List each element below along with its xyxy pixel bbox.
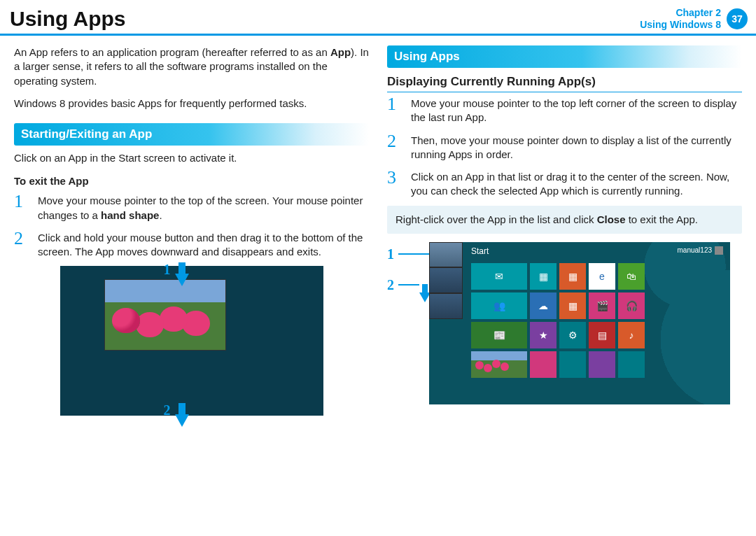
tile-mail: ✉ — [471, 263, 527, 290]
cloud-icon: ☁ — [538, 300, 548, 311]
page-header: Using Apps Chapter 2 Using Windows 8 37 — [0, 0, 756, 34]
display-step-3: 3 Click on an App in that list or drag i… — [387, 169, 742, 199]
mail-icon: ✉ — [495, 271, 503, 282]
gear-icon: ⚙ — [568, 330, 578, 341]
music-icon: ♪ — [629, 330, 634, 341]
right-column: Using Apps Displaying Currently Running … — [387, 45, 742, 416]
page-title: Using Apps — [10, 7, 126, 31]
two-column-layout: An App refers to an application program … — [0, 45, 756, 416]
app-window-thumbnail — [105, 280, 225, 350]
intro-paragraph-1: An App refers to an application program … — [14, 45, 369, 88]
ie-icon: e — [599, 271, 605, 282]
tile-skydrive: ☁ — [530, 292, 556, 319]
tile-video: 🎬 — [589, 292, 615, 319]
step-text: Then, move your mouse pointer down to di… — [411, 132, 742, 162]
page-number-badge: 37 — [727, 8, 748, 29]
grid-icon: ▦ — [568, 271, 578, 282]
step-text: Click and hold your mouse button and the… — [38, 230, 369, 260]
step-text: Move your mouse pointer to the top of th… — [38, 192, 369, 223]
display-steps-list: 1 Move your mouse pointer to the top lef… — [387, 95, 742, 199]
exit-step-2: 2 Click and hold your mouse button and t… — [14, 230, 369, 260]
tile-people: 👥 — [471, 292, 527, 319]
display-step-2: 2 Then, move your mouse pointer down to … — [387, 132, 742, 162]
people-icon: 👥 — [493, 300, 505, 311]
callout-2: 2 — [164, 402, 189, 418]
step-text: Move your mouse pointer to the top left … — [411, 95, 742, 125]
step-number: 2 — [387, 132, 404, 162]
tile: ▦ — [559, 292, 586, 319]
section-using-apps: Using Apps — [387, 45, 742, 68]
store-icon: 🛍 — [626, 271, 636, 282]
display-running-heading: Displaying Currently Running App(s) — [387, 75, 742, 92]
exit-steps-list: 1 Move your mouse pointer to the top of … — [14, 192, 369, 259]
switcher-thumb — [429, 293, 463, 319]
screenshot-drag-to-close: 1 2 — [60, 266, 323, 416]
start-label: Start — [471, 246, 489, 256]
step-text: Click on an App in that list or drag it … — [411, 169, 742, 199]
tile: ♪ — [618, 322, 645, 348]
tile — [618, 351, 645, 378]
list-icon: ▤ — [598, 330, 607, 341]
step-number: 3 — [387, 169, 404, 199]
callout-1: 1 — [387, 246, 429, 262]
header-right: Chapter 2 Using Windows 8 37 — [640, 7, 748, 31]
close-note-box: Right-click over the App in the list and… — [387, 206, 742, 234]
exit-step-1: 1 Move your mouse pointer to the top of … — [14, 192, 369, 223]
video-icon: 🎬 — [596, 300, 608, 311]
news-icon: 📰 — [493, 330, 505, 341]
tile-photos — [471, 351, 527, 378]
tile: ▤ — [589, 322, 615, 348]
callout-1: 1 — [164, 262, 189, 278]
screenshot-start-switcher: 1 2 Start manual123 — [387, 242, 742, 407]
arrow-down-icon — [175, 414, 189, 427]
arrow-down-icon — [175, 274, 189, 286]
grid-icon: ▦ — [539, 271, 548, 282]
switcher-thumb — [429, 242, 463, 268]
left-column: An App refers to an application program … — [14, 45, 369, 416]
user-label: manual123 — [678, 246, 723, 255]
to-exit-heading: To exit the App — [14, 175, 369, 187]
step-number: 2 — [14, 230, 31, 260]
tile — [559, 351, 586, 378]
tile-settings: ⚙ — [559, 322, 586, 348]
tile-music: 🎧 — [618, 292, 645, 319]
app-switcher-sidebar — [429, 242, 463, 319]
callout-2: 2 — [387, 277, 435, 293]
tile: ▦ — [559, 263, 586, 290]
switcher-thumb — [429, 267, 463, 293]
tile — [530, 351, 556, 378]
start-tiles: ✉ ▦ ▦ e 🛍 👥 ☁ ▦ 🎬 🎧 📰 ★ ⚙ ▤ ♪ — [471, 263, 645, 378]
section-starting-exiting: Starting/Exiting an App — [14, 123, 369, 146]
callout-line — [398, 284, 419, 285]
tile-store: 🛍 — [618, 263, 645, 290]
step-number: 1 — [387, 95, 404, 125]
tile: ▦ — [530, 263, 556, 290]
star-icon: ★ — [539, 330, 548, 341]
callout-line — [398, 253, 429, 255]
headphones-icon: 🎧 — [626, 300, 638, 311]
header-rule — [0, 34, 756, 36]
tile-news: 📰 — [471, 322, 527, 348]
start-screen: Start manual123 ✉ ▦ ▦ e 🛍 👥 ☁ ▦ 🎬 🎧 — [429, 242, 730, 404]
tile: ★ — [530, 322, 556, 348]
avatar-icon — [715, 246, 723, 255]
chapter-label: Chapter 2 — [640, 7, 721, 19]
intro-paragraph-2: Windows 8 provides basic Apps for freque… — [14, 97, 369, 111]
step-number: 1 — [14, 192, 31, 223]
display-step-1: 1 Move your mouse pointer to the top lef… — [387, 95, 742, 125]
tile-ie: e — [589, 263, 615, 290]
chapter-block: Chapter 2 Using Windows 8 — [640, 7, 721, 31]
grid-icon: ▦ — [568, 300, 578, 311]
click-to-activate-line: Click on an App in the Start screen to a… — [14, 151, 369, 165]
tile — [589, 351, 615, 378]
chapter-name: Using Windows 8 — [640, 19, 721, 31]
